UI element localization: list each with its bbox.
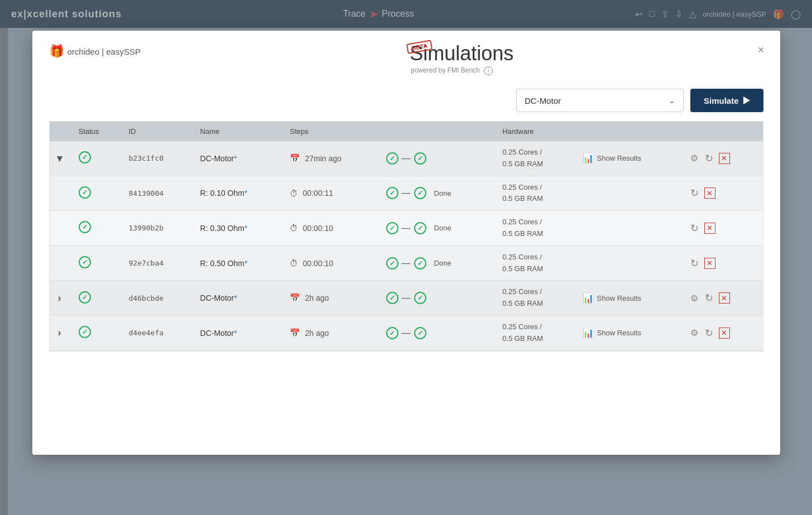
done-label: Done <box>434 259 451 267</box>
table-row: ▾b23c1fc0DC-Motor*📅27min ago—0.25 Cores … <box>50 141 763 176</box>
results-cell <box>576 176 683 211</box>
name-cell: DC-Motor* <box>194 141 284 176</box>
time-cell: 📅2h ago <box>283 281 379 316</box>
col-steps: Steps <box>283 122 496 141</box>
step-start-icon <box>386 292 398 304</box>
step-end-icon <box>414 222 426 234</box>
delete-button[interactable]: ✕ <box>704 187 715 199</box>
show-results-link[interactable]: Show Results <box>597 294 641 302</box>
steps-cell: —Done <box>379 211 496 246</box>
collapse-button[interactable]: ▾ <box>55 151 64 166</box>
step-dash: — <box>402 293 411 303</box>
time-value: 2h ago <box>305 293 329 302</box>
gear-icon-button[interactable]: ⚙ <box>689 326 699 339</box>
results-cell: 📊Show Results <box>576 141 683 176</box>
time-cell: 📅2h ago <box>283 315 379 350</box>
steps-cell: —Done <box>379 176 496 211</box>
step-dash: — <box>402 188 411 198</box>
col-name: Name <box>194 122 284 141</box>
play-icon <box>743 97 750 104</box>
refresh-button[interactable]: ↻ <box>689 256 700 271</box>
results-cell: 📊Show Results <box>576 315 683 350</box>
delete-button[interactable]: ✕ <box>719 292 730 304</box>
info-icon[interactable]: i <box>484 66 493 75</box>
step-dash: — <box>402 328 411 338</box>
step-start-icon <box>386 222 398 234</box>
step-end-icon <box>414 152 426 165</box>
asterisk-icon: * <box>244 259 247 268</box>
table-row: ›d4ee4efaDC-Motor*📅2h ago—0.25 Cores /0.… <box>50 315 763 350</box>
delete-button[interactable]: ✕ <box>719 153 730 164</box>
clock-icon: ⏱ <box>290 223 298 233</box>
expand-cell <box>50 176 72 211</box>
simulate-label: Simulate <box>704 96 739 105</box>
show-results-link[interactable]: Show Results <box>597 329 641 337</box>
dropdown-value: DC-Motor <box>525 96 561 105</box>
expand-cell <box>50 211 72 246</box>
status-check-icon <box>79 186 91 199</box>
status-check-icon <box>79 326 91 338</box>
name-cell: R: 0.10 Ohm* <box>194 176 284 211</box>
modal-logo: 🎁 orchideo | easySSP <box>49 44 141 59</box>
toolbar-row: DC-Motor ⌄ Simulate <box>32 84 780 121</box>
simulate-button[interactable]: Simulate <box>690 89 763 112</box>
expand-cell: › <box>50 281 72 316</box>
delete-button[interactable]: ✕ <box>704 258 715 269</box>
table-row: 92e7cba4R: 0.50 Ohm*⏱00:00:10—Done0.25 C… <box>50 246 763 281</box>
chevron-down-icon: ⌄ <box>669 96 675 105</box>
status-check-icon <box>79 151 91 163</box>
gear-icon-button[interactable]: ⚙ <box>689 152 699 165</box>
refresh-button[interactable]: ↻ <box>704 326 714 340</box>
chart-icon: 📊 <box>583 328 594 338</box>
actions-cell: ↻✕ <box>683 176 763 211</box>
expand-button[interactable]: › <box>56 291 64 305</box>
status-cell <box>72 176 122 211</box>
col-results <box>576 122 683 141</box>
clock-icon: ⏱ <box>290 189 298 198</box>
refresh-button[interactable]: ↻ <box>704 151 714 166</box>
name-cell: DC-Motor* <box>194 281 284 316</box>
actions-cell: ↻✕ <box>683 246 763 281</box>
close-button[interactable]: × <box>753 42 769 57</box>
time-value: 2h ago <box>305 329 329 338</box>
expand-cell <box>50 246 72 281</box>
refresh-button[interactable]: ↻ <box>689 221 700 235</box>
step-start-icon <box>386 327 398 339</box>
col-hardware: Hardware <box>496 122 575 141</box>
id-cell: d46bcbde <box>122 281 193 316</box>
id-cell: 84139004 <box>122 176 193 211</box>
expand-button[interactable]: › <box>56 326 64 340</box>
simulation-dropdown[interactable]: DC-Motor ⌄ <box>516 89 684 112</box>
asterisk-icon: * <box>234 329 237 338</box>
name-cell: R: 0.30 Ohm* <box>194 211 284 246</box>
show-results-link[interactable]: Show Results <box>597 154 641 162</box>
status-cell <box>72 211 122 246</box>
chart-icon: 📊 <box>583 153 594 163</box>
expand-cell: › <box>50 315 72 350</box>
table-body: ▾b23c1fc0DC-Motor*📅27min ago—0.25 Cores … <box>50 141 763 350</box>
hardware-cell: 0.25 Cores /0.5 GB RAM <box>496 176 575 211</box>
status-check-icon <box>79 256 91 268</box>
step-dash: — <box>402 153 411 163</box>
asterisk-icon: * <box>234 154 237 163</box>
hardware-cell: 0.25 Cores /0.5 GB RAM <box>496 315 575 350</box>
simulations-table-container: Status ID Name Steps Hardware ▾b23c1fc0D… <box>49 121 763 352</box>
refresh-button[interactable]: ↻ <box>689 186 700 200</box>
steps-cell: — <box>379 315 496 350</box>
step-dash: — <box>402 258 411 268</box>
delete-button[interactable]: ✕ <box>704 223 715 234</box>
hardware-cell: 0.25 Cores /0.5 GB RAM <box>496 141 575 176</box>
id-cell: d4ee4efa <box>122 315 193 350</box>
id-cell: b23c1fc0 <box>122 141 193 176</box>
delete-button[interactable]: ✕ <box>719 328 730 339</box>
col-expand <box>50 122 72 141</box>
table-row: 84139004R: 0.10 Ohm*⏱00:00:11—Done0.25 C… <box>50 176 763 211</box>
results-cell <box>576 246 683 281</box>
time-cell: 📅27min ago <box>283 141 379 176</box>
gear-icon-button[interactable]: ⚙ <box>689 292 699 305</box>
modal-header: 🎁 orchideo | easySSP BETA Simulations po… <box>32 31 780 84</box>
clock-icon: ⏱ <box>290 258 298 268</box>
chart-icon: 📊 <box>583 293 594 304</box>
calendar-icon: 📅 <box>290 293 300 303</box>
refresh-button[interactable]: ↻ <box>704 291 714 305</box>
